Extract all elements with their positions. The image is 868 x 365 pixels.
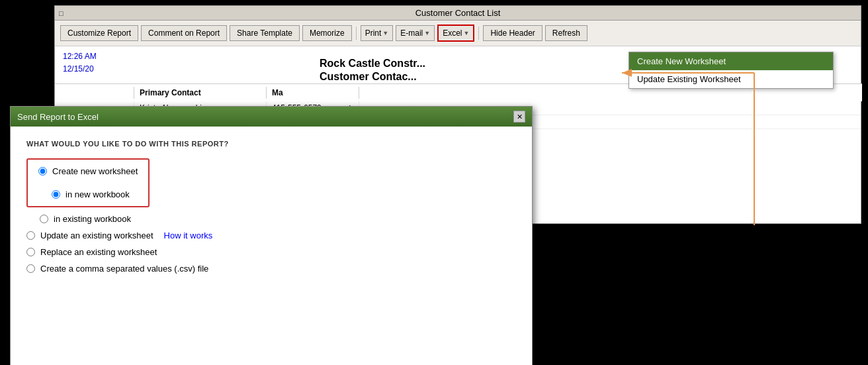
create-csv-label: Create a comma separated values (.csv) f… <box>40 264 208 274</box>
dialog-title: Send Report to Excel <box>17 112 99 122</box>
replace-existing-radio-input[interactable] <box>26 248 35 256</box>
create-new-label: Create new worksheet <box>52 166 138 176</box>
in-existing-workbook-radio-input[interactable] <box>40 215 48 223</box>
col-header-name <box>55 87 134 99</box>
print-dropdown-arrow: ▼ <box>382 30 388 36</box>
excel-label: Excel <box>443 28 462 38</box>
excel-button[interactable]: Excel ▼ <box>437 25 474 42</box>
toolbar: Customize Report Comment on Report Share… <box>55 21 861 46</box>
dialog-question: WHAT WOULD YOU LIKE TO DO WITH THIS REPO… <box>26 140 516 148</box>
dialog-close-button[interactable]: ✕ <box>513 111 525 123</box>
create-csv-radio[interactable]: Create a comma separated values (.csv) f… <box>26 264 516 274</box>
customize-report-button[interactable]: Customize Report <box>60 25 138 41</box>
create-csv-radio-input[interactable] <box>26 264 35 273</box>
refresh-button[interactable]: Refresh <box>545 25 587 41</box>
title-bar: □ Customer Contact List <box>55 6 861 21</box>
replace-existing-radio[interactable]: Replace an existing worksheet <box>26 247 516 257</box>
update-existing-radio[interactable]: Update an existing worksheet How it work… <box>26 231 516 240</box>
excel-dropdown-arrow: ▼ <box>464 30 470 36</box>
email-button[interactable]: E-mail ▼ <box>396 25 435 41</box>
in-new-workbook-label: in new workbook <box>65 189 130 199</box>
create-new-group: Create new worksheet in new workbook <box>26 158 150 207</box>
separator-2 <box>478 26 479 40</box>
report-company: Rock Castle Constr... <box>320 58 425 70</box>
window-title: Customer Contact List <box>415 8 501 18</box>
create-new-worksheet-option[interactable]: Create New Worksheet <box>629 52 833 70</box>
memorize-button[interactable]: Memorize <box>302 25 352 41</box>
in-new-workbook-radio-input[interactable] <box>52 190 60 199</box>
print-button[interactable]: Print ▼ <box>361 25 394 41</box>
replace-existing-label: Replace an existing worksheet <box>40 247 157 257</box>
in-existing-workbook-radio[interactable]: in existing workbook <box>26 214 516 224</box>
dialog-content: WHAT WOULD YOU LIKE TO DO WITH THIS REPO… <box>11 127 532 293</box>
window-icon: □ <box>59 9 64 17</box>
dialog-titlebar: Send Report to Excel ✕ <box>11 107 532 127</box>
update-existing-radio-input[interactable] <box>26 231 35 240</box>
how-it-works-link[interactable]: How it works <box>164 231 213 240</box>
col-header-contact: Primary Contact <box>134 87 267 99</box>
send-to-excel-dialog: Send Report to Excel ✕ WHAT WOULD YOU LI… <box>10 106 533 365</box>
excel-dropdown-menu: Create New Worksheet Update Existing Wor… <box>629 52 834 89</box>
in-new-workbook-radio[interactable]: in new workbook <box>38 189 138 199</box>
create-new-worksheet-radio[interactable]: Create new worksheet <box>38 166 138 176</box>
update-existing-label: Update an existing worksheet <box>40 231 153 240</box>
separator-1 <box>356 26 357 40</box>
in-existing-workbook-label: in existing workbook <box>54 214 131 224</box>
share-template-button[interactable]: Share Template <box>230 25 300 41</box>
hide-header-button[interactable]: Hide Header <box>483 25 542 41</box>
create-new-radio-input[interactable] <box>38 167 47 176</box>
email-dropdown-arrow: ▼ <box>424 30 430 36</box>
print-label: Print <box>365 28 382 38</box>
report-title-main: Customer Contac... <box>320 71 417 83</box>
email-label: E-mail <box>400 28 423 38</box>
comment-on-report-button[interactable]: Comment on Report <box>141 25 227 41</box>
col-header-mail: Ma <box>267 87 359 99</box>
update-existing-worksheet-option[interactable]: Update Existing Worksheet <box>629 70 833 88</box>
